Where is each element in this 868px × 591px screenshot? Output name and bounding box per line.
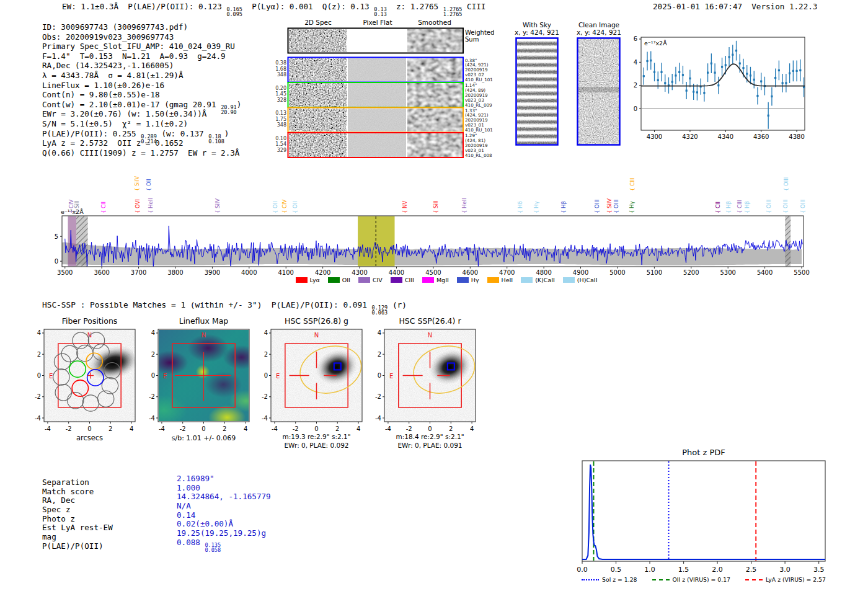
info-line: LineFlux = 1.10(±0.26)e-16 — [42, 81, 241, 91]
legend-item: Lyα — [296, 277, 320, 283]
info-line: ID: 3009697743 (3009697743.pdf) — [42, 22, 241, 32]
legend-item: CIII — [391, 277, 414, 283]
info-line: Primary Spec_Slot_IFU_AMP: 410_024_039_R… — [42, 42, 241, 51]
photz-legend: Sol z = 1.28OII z (VIRUS) = 0.17LyA z (V… — [580, 576, 828, 583]
info-line: Q(0.66) CIII(1909) z = 1.2757 EW r = 2.3… — [42, 148, 241, 158]
photz-legend-item: LyA z (VIRUS) = 2.57 — [745, 576, 826, 583]
spec2d-left-label: 0.101.54329 — [260, 136, 286, 154]
match-row: RA, Dec14.324864, -1.165779 — [42, 496, 271, 505]
info-line: Cont(n) = 9.80(±0.55)e-18 — [42, 90, 241, 100]
info-line: Obs: 20200919v023_3009697743 — [42, 32, 241, 42]
legend-item: (H)CaII — [563, 277, 598, 283]
info-line: λ = 4343.78Å σ = 4.81(±1.29)Å — [42, 71, 241, 81]
spectrum-line-legend: LyαOIICIVCIIIMgIIHγHeII(K)CaII(H)CaII — [273, 277, 620, 283]
header-meta: 2025-01-01 16:07:47 Version 1.22.3 — [653, 2, 817, 11]
info-line: Cont(w) = 2.10(±0.01)e-17 (gmag 20.91 20… — [42, 100, 241, 110]
legend-item: HeII — [487, 277, 513, 283]
header-summary: EW: 1.1±0.3Å P(LAE)/P(OII): 0.123 0.1650… — [62, 2, 485, 17]
legend-item: CIV — [358, 277, 383, 283]
photz-legend-item: Sol z = 1.28 — [582, 576, 637, 583]
match-row: mag19.25(19.25,19.25)g — [42, 533, 271, 542]
legend-item: (K)CaII — [521, 277, 555, 283]
spec2d-right-label: 1.14"(424, 89)20200919v023_03410_RL_009 — [465, 83, 508, 108]
info-line: S/N = 5.1(±0.5) χ² = 1.1(±0.2) — [42, 119, 241, 129]
info-line: EWr = 3.20(±0.76) (w: 1.50(±0.34))Å — [42, 109, 241, 119]
match-row: Spec zN/A — [42, 505, 271, 515]
report-version: Version 1.22.3 — [751, 2, 817, 11]
catalog-match-table: Separation2.16989"Match score1.000RA, De… — [42, 478, 271, 551]
legend-item: Hγ — [457, 277, 479, 283]
legend-item: MgII — [422, 277, 449, 283]
spec2d-right-label: 1.33"(424, 921)20200919v023_01410_RU_101 — [465, 109, 508, 133]
detection-info: ID: 3009697743 (3009697743.pdf)Obs: 2020… — [42, 22, 241, 158]
spec2d-right-label: 1.29"(424, 81)20200919v023_01410_RL_008 — [465, 133, 508, 158]
spec2d-left-label: 0.381.68348 — [260, 60, 286, 78]
weighted-sum-label: Weighted Sum — [465, 29, 503, 43]
info-line: RA,Dec (14.325423,-1.166005) — [42, 61, 241, 71]
match-row: Separation2.16989" — [42, 478, 271, 487]
match-row: Photo z0.14 — [42, 515, 271, 524]
spec2d-left-label: 0.131.75348 — [260, 110, 286, 128]
report-datetime: 2025-01-01 16:07:47 — [653, 2, 742, 11]
info-line: P(LAE)/P(OII): 0.255 0.2890.214 (w: 0.13… — [42, 129, 241, 139]
spec2d-left-label: 0.201.45328 — [260, 86, 286, 104]
match-row: P(LAE)/P(OII)0.088 0.1350.058 — [42, 542, 271, 551]
spec2d-right-label: 0.38"(424, 921)20200919v023_02410_RU_101 — [465, 58, 508, 83]
info-line: F=1.4" T=0.153 N=1.21 A=0.93 g=24.9 — [42, 51, 241, 61]
hsc-match-summary: HSC-SSP : Possible Matches = 1 (within +… — [42, 300, 407, 315]
elixer-report-page: 2D SpecPixel FlatSmoothedWith Skyx, y: 4… — [0, 0, 868, 591]
legend-item: OII — [328, 277, 350, 283]
photz-legend-item: OII z (VIRUS) = 0.17 — [652, 576, 731, 583]
